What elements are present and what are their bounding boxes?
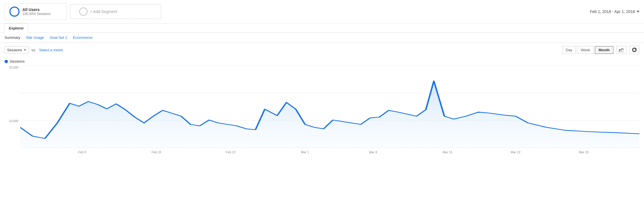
pie-chart-icon <box>632 47 637 52</box>
svg-marker-8 <box>20 81 639 148</box>
time-controls: Day Week Month <box>562 46 639 54</box>
select-metric-link[interactable]: Select a metric <box>39 48 63 52</box>
explorer-tab-label: Explorer <box>9 26 24 30</box>
line-chart-button[interactable] <box>616 46 626 54</box>
all-users-icon <box>9 7 20 17</box>
explorer-tab-bar: Explorer <box>0 24 644 33</box>
legend-label: Sessions <box>10 59 25 63</box>
x-label-mar1: Mar 1 <box>301 150 309 154</box>
month-button[interactable]: Month <box>595 46 613 54</box>
date-range-label: Feb 1, 2018 - Apr 1, 2018 <box>590 9 635 14</box>
chart-container: 20,000 10,000 <box>5 66 639 156</box>
line-chart-svg <box>20 66 639 148</box>
sub-nav-ecommerce[interactable]: Ecommerce <box>73 35 92 40</box>
segment-sub: 100.00% Sessions <box>22 12 50 16</box>
add-segment-circle-icon <box>79 7 88 16</box>
metric-caret-icon <box>24 49 26 51</box>
date-range-caret-icon <box>637 11 639 12</box>
x-axis: Feb 8 Feb 15 Feb 22 Mar 1 Mar 8 Mar 15 M… <box>20 148 639 156</box>
chart-legend: Sessions <box>5 57 639 66</box>
segment-all-users[interactable]: All Users 100.00% Sessions <box>5 3 67 20</box>
x-label-mar8: Mar 8 <box>369 150 377 154</box>
pie-chart-button[interactable] <box>629 46 639 54</box>
x-label-mar29: Mar 29 <box>579 150 588 154</box>
date-range[interactable]: Feb 1, 2018 - Apr 1, 2018 <box>590 9 639 14</box>
day-button[interactable]: Day <box>562 46 576 54</box>
x-label-feb15: Feb 15 <box>151 150 161 154</box>
week-button[interactable]: Week <box>577 46 594 54</box>
metric-label: Sessions <box>7 48 22 52</box>
line-chart-icon <box>619 48 624 52</box>
vs-label: vs. <box>31 48 36 52</box>
y-axis: 20,000 10,000 <box>5 66 20 156</box>
segment-name: All Users <box>22 7 50 12</box>
explorer-tab[interactable]: Explorer <box>5 24 28 33</box>
sub-nav-summary[interactable]: Summary <box>5 35 20 40</box>
chart-area: Sessions 20,000 10,000 <box>0 57 644 161</box>
chart-controls: Sessions vs. Select a metric Day Week Mo… <box>0 43 644 57</box>
y-label-20000: 20,000 <box>5 66 20 69</box>
segments-bar: All Users 100.00% Sessions + Add Segment… <box>0 0 644 24</box>
sub-nav-site-usage[interactable]: Site Usage <box>26 35 44 40</box>
chart-plot <box>20 66 639 148</box>
x-label-mar15: Mar 15 <box>443 150 452 154</box>
add-segment-label: + Add Segment <box>90 9 117 14</box>
segment-info: All Users 100.00% Sessions <box>22 7 50 16</box>
sub-nav: Summary Site Usage Goal Set 1 Ecommerce <box>0 33 644 43</box>
x-label-feb22: Feb 22 <box>226 150 235 154</box>
sub-nav-goal-set-1[interactable]: Goal Set 1 <box>50 35 67 40</box>
metric-selector[interactable]: Sessions <box>5 46 29 54</box>
legend-dot <box>5 60 8 63</box>
svg-point-3 <box>635 48 636 50</box>
add-segment-button[interactable]: + Add Segment <box>70 4 161 19</box>
y-label-10000: 10,000 <box>5 119 20 123</box>
x-label-mar22: Mar 22 <box>511 150 520 154</box>
x-label-feb8: Feb 8 <box>78 150 86 154</box>
